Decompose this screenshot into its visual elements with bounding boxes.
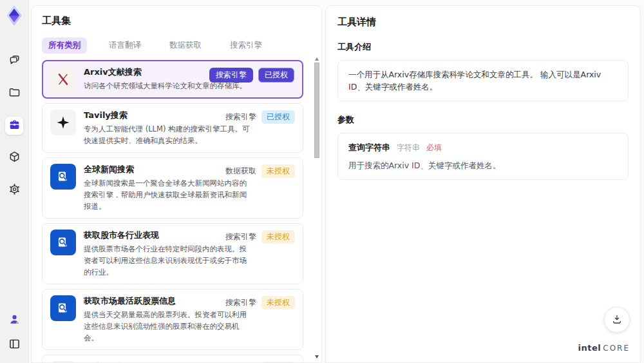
category-label: 搜索引擎 [225,112,256,123]
tool-item-sector-performance[interactable]: 获取股市各行业表现 提供股票市场各个行业在特定时间段内的表现。投资者可以利用这些… [42,223,303,284]
tab-all-categories[interactable]: 所有类别 [42,37,87,54]
arxiv-icon [50,66,76,92]
param-name: 查询字符串 [348,142,390,152]
tool-description: 提供当天交易量最高的股票列表。投资者可以利用这些信息来识别流动性强的股票和潜在的… [84,309,252,344]
tool-title: 全球新闻搜索 [84,164,232,175]
category-label: 数据获取 [225,166,256,177]
collapse-panel-button[interactable] [5,336,23,354]
tool-item-tavily[interactable]: Tavily搜索 专为人工智能代理 (LLM) 构建的搜索引擎工具。可快速提供实… [42,103,303,153]
tab-data-acquisition[interactable]: 数据获取 [163,37,208,54]
intel-wordmark: intel [578,343,601,353]
tool-badges: 搜索引擎 未授权 [225,230,295,244]
chat-icon [8,54,21,69]
scrollbar-track[interactable] [314,63,319,353]
intro-text: 一个用于从Arxiv存储库搜索科学论文和文章的工具。 输入可以是Arxiv ID… [348,70,601,92]
tool-details-panel: 工具详情 工具介绍 一个用于从Arxiv存储库搜索科学论文和文章的工具。 输入可… [325,5,641,363]
intel-core-logo: intelcore [578,343,630,353]
user-avatar-icon [8,313,21,328]
core-wordmark: core [603,344,630,353]
tool-badges: 搜索引擎 已授权 [225,110,295,124]
tool-item-global-news[interactable]: 全球新闻搜索 全球新闻搜索是一个聚合全球各大新闻网站内容的搜索引擎，帮助用户快速… [42,157,303,219]
rail-bottom [5,311,23,354]
gear-icon [8,182,21,198]
auth-status-badge: 未授权 [261,230,295,244]
details-panel-title: 工具详情 [337,16,629,28]
tool-badges: 搜索引擎 已授权 [209,68,294,83]
tool-description: 专为人工智能代理 (LLM) 构建的搜索引擎工具。可快速提供实时、准确和真实的结… [84,123,252,146]
param-box: 查询字符串 字符串 必填 用于搜索的Arxiv ID、关键字或作者姓名。 [337,133,629,180]
tool-item-most-active-stocks[interactable]: 获取市场最活跃股票信息 提供当天交易量最高的股票列表。投资者可以利用这些信息来识… [42,289,303,350]
download-icon [611,313,623,327]
auth-status-badge: 未授权 [261,164,295,178]
app-logo [3,5,25,26]
param-type: 字符串 [397,143,420,152]
tool-description: 全球新闻搜索是一个聚合全球各大新闻网站内容的搜索引擎，帮助用户快速获取全球最新资… [84,177,252,212]
tool-badges: 数据获取 未授权 [225,164,295,178]
tools-panel: 工具集 所有类别 语言翻译 数据获取 搜索引擎 Arxiv文献搜索 访问各个研究… [31,5,322,363]
news-search-icon [50,230,76,255]
scrollbar-down-icon[interactable] [315,355,319,358]
sparkle-icon [50,110,76,135]
rail-nav [5,52,23,199]
tools-nav-button[interactable] [5,117,23,135]
auth-status-badge: 未授权 [261,296,295,309]
tool-title: 获取股市各行业表现 [84,230,232,241]
param-required-badge: 必填 [426,143,442,152]
folder-nav-button[interactable] [5,84,23,103]
tool-list: Arxiv文献搜索 访问各个研究领域大量科学论文和文章的存储库。 搜索引擎 已授… [42,60,312,363]
auth-status-badge: 已授权 [261,110,295,124]
scrollbar-thumb[interactable] [314,63,319,158]
param-description: 用于搜索的Arxiv ID、关键字或作者姓名。 [348,159,618,172]
tool-item-regional-news[interactable]: 万维地区新闻查询 查询具体行政区划内的新闻，快速了解各地新闻动态。 搜索引擎 未… [42,355,303,363]
tab-language-translation[interactable]: 语言翻译 [102,37,147,54]
left-rail [0,0,29,363]
auth-status-badge[interactable]: 已授权 [258,68,294,83]
category-label: 搜索引擎 [225,297,256,308]
scrollbar-up-icon[interactable] [315,57,319,61]
user-avatar-button[interactable] [5,311,23,329]
panel-layout-icon [8,337,21,353]
tool-description: 提供股票市场各个行业在特定时间段内的表现。投资者可以利用这些信息来识别表现优于或… [84,243,252,278]
download-button[interactable] [604,307,630,333]
category-label: 搜索引擎 [225,231,256,242]
folder-icon [8,86,21,101]
intro-heading: 工具介绍 [337,41,629,53]
briefcase-icon [8,118,21,133]
tab-search-engine[interactable]: 搜索引擎 [223,37,269,54]
chat-nav-button[interactable] [5,52,23,70]
tool-list-scrollbar[interactable] [314,57,319,358]
category-badge[interactable]: 搜索引擎 [209,68,253,83]
cube-nav-button[interactable] [5,149,23,167]
tool-badges: 搜索引擎 未授权 [225,296,295,309]
news-search-icon [50,164,76,190]
settings-nav-button[interactable] [5,181,23,199]
tool-title: 获取市场最活跃股票信息 [84,295,232,307]
tools-panel-title: 工具集 [42,15,312,27]
intro-box: 一个用于从Arxiv存储库搜索科学论文和文章的工具。 输入可以是Arxiv ID… [337,60,629,101]
tool-title: Tavily搜索 [84,110,232,121]
category-tabs: 所有类别 语言翻译 数据获取 搜索引擎 [42,37,312,54]
cube-icon [8,150,21,166]
news-search-icon [50,295,76,321]
tool-item-arxiv[interactable]: Arxiv文献搜索 访问各个研究领域大量科学论文和文章的存储库。 搜索引擎 已授… [42,60,303,99]
param-head: 查询字符串 字符串 必填 [348,141,618,154]
params-heading: 参数 [337,114,629,126]
